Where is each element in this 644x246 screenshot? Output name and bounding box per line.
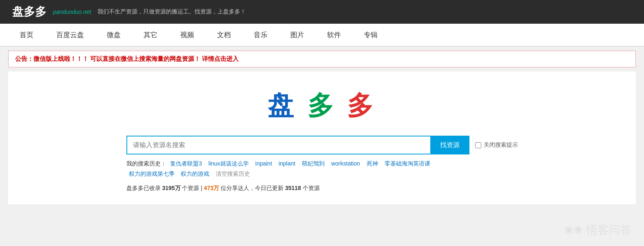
history-item-7[interactable]: 零基础海淘英语课	[385, 160, 430, 167]
stats-count1: 3195万	[162, 185, 180, 191]
history-item-2[interactable]: inpaint	[255, 160, 272, 167]
close-suggest-checkbox[interactable]	[475, 142, 481, 148]
header: 盘多多 panduoduo.net 我们不生产资源，只做资源的搬运工。找资源，上…	[0, 0, 644, 24]
stats-orange: 473万	[204, 185, 219, 191]
nav-item-software[interactable]: 软件	[316, 24, 352, 46]
stats-prefix: 盘多多已收录	[126, 185, 161, 191]
history-item-3[interactable]: inplant	[279, 160, 295, 167]
history-item-9[interactable]: 权力的游戏	[181, 170, 209, 177]
nav-item-album[interactable]: 专辑	[352, 24, 389, 46]
site-logo: 盘多多	[12, 4, 46, 20]
nav-item-video[interactable]: 视频	[169, 24, 206, 46]
nav-item-doc[interactable]: 文档	[206, 24, 242, 46]
announcement-bar: 公告：微信版上线啦！！！ 可以直接在微信上搜索海量的网盘资源！ 详情点击进入	[8, 51, 636, 67]
announcement-prefix: 公告：微信版上线啦！！！	[15, 55, 89, 62]
nav-item-music[interactable]: 音乐	[242, 24, 279, 46]
big-logo: 盘 多 多	[268, 88, 377, 123]
stats-end: 个资源	[303, 185, 320, 191]
main-nav: 首页 百度云盘 微盘 其它 视频 文档 音乐 图片 软件 专辑	[0, 24, 644, 47]
history-item-8[interactable]: 权力的游戏第七季	[129, 170, 175, 177]
big-logo-duo1: 多	[308, 91, 337, 120]
search-row: 找资源 关闭搜索提示	[126, 136, 518, 154]
stats-bar: 盘多多已收录 3195万 个资源 | 473万 位分享达人，今日已更新 3511…	[126, 185, 518, 192]
main-content: 盘 多 多 找资源 关闭搜索提示 我的搜索历史： 复仇者联盟3 linux就该这…	[8, 72, 636, 204]
search-history: 我的搜索历史： 复仇者联盟3 linux就该这么学 inpaint inplan…	[126, 159, 518, 179]
search-input[interactable]	[126, 136, 430, 154]
announcement-link[interactable]: 详情点击进入	[202, 55, 239, 62]
history-item-1[interactable]: linux就该这么学	[208, 160, 249, 167]
search-option-label[interactable]: 关闭搜索提示	[475, 141, 518, 149]
history-item-5[interactable]: workstation	[331, 160, 360, 167]
announcement-middle: 可以直接在微信上搜索海量的网盘资源！	[90, 55, 200, 62]
nav-item-image[interactable]: 图片	[279, 24, 316, 46]
nav-item-baidu[interactable]: 百度云盘	[45, 24, 95, 46]
search-area: 找资源 关闭搜索提示 我的搜索历史： 复仇者联盟3 linux就该这么学 inp…	[126, 136, 518, 192]
history-item-4[interactable]: 萌妃驾到	[302, 160, 325, 167]
nav-item-other[interactable]: 其它	[132, 24, 169, 46]
clear-history-button[interactable]: 清空搜索历史	[216, 170, 250, 177]
stats-suffix: 位分享达人，今日已更新	[221, 185, 283, 191]
stats-middle: 个资源 |	[182, 185, 204, 191]
history-item-0[interactable]: 复仇者联盟3	[170, 160, 202, 167]
history-item-6[interactable]: 死神	[367, 160, 378, 167]
nav-item-home[interactable]: 首页	[8, 24, 45, 46]
header-slogan: 我们不生产资源，只做资源的搬运工。找资源，上盘多多！	[97, 8, 246, 16]
stats-count2: 35118	[285, 185, 301, 191]
close-suggest-text: 关闭搜索提示	[484, 141, 518, 149]
search-button[interactable]: 找资源	[430, 136, 469, 154]
big-logo-duo2: 多	[347, 91, 376, 120]
big-logo-pan: 盘	[268, 91, 297, 120]
history-label: 我的搜索历史：	[126, 160, 166, 167]
site-domain: panduoduo.net	[53, 9, 91, 15]
nav-item-weipan[interactable]: 微盘	[95, 24, 132, 46]
